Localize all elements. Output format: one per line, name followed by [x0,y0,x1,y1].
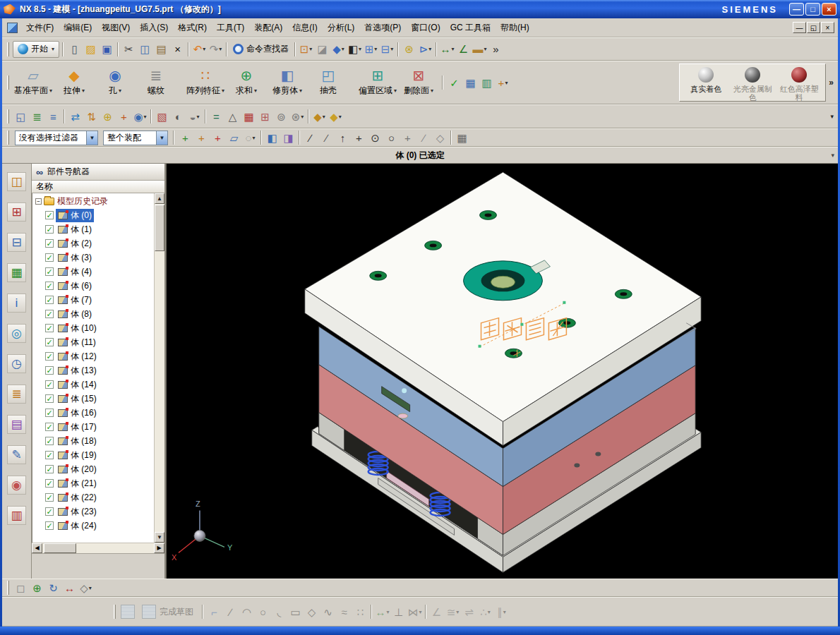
checkbox-icon[interactable]: ✓ [45,465,54,473]
extrude-button[interactable]: ◆拉伸▾ [54,63,95,102]
minimize-button[interactable]: — [789,3,804,16]
pattern-feature-dropdown-icon[interactable]: ▾ [222,87,224,94]
datum-plane-button[interactable]: ▱基准平面▾ [13,63,54,102]
tree-item-body[interactable]: 体 (21) [56,477,99,490]
tree-item[interactable]: ✓体 (2) [32,236,154,250]
rapid-dimension-button[interactable]: ↔▾ [374,603,390,620]
menu-file[interactable]: 文件(F) [21,19,59,37]
simple-measure-dropdown-icon[interactable]: ▾ [484,46,487,52]
selection-priority-dropdown-icon[interactable]: ▾ [428,46,431,52]
h-scroll-thumb[interactable] [44,543,76,553]
inferred-constraints-button[interactable]: ∴▾ [477,603,493,620]
toolbar-options-button[interactable]: ▾ [828,113,836,120]
scroll-right-button[interactable]: ▶ [154,543,164,553]
snap-endpoint-button[interactable]: ∕ [302,129,318,146]
offset-region-button[interactable]: ⊞偏置区域▾ [357,63,398,102]
tree-item-body[interactable]: 体 (23) [56,505,99,519]
snapshot-button[interactable]: ⊡▾ [298,41,314,58]
menu-insert[interactable]: 插入(S) [135,19,173,37]
scroll-left-button[interactable]: ◀ [32,543,42,553]
shell-button[interactable]: ◰抽壳 [308,63,349,102]
snapshot-dropdown-icon[interactable]: ▾ [309,46,312,52]
menu-help[interactable]: 帮助(H) [496,19,534,37]
polygon-select-button[interactable]: ▱ [226,129,242,146]
user-tool-1-dropdown-icon[interactable]: ▾ [323,114,325,120]
part-families-button[interactable]: ⊞ [257,108,273,125]
immediate-hide-button[interactable]: ◒▾ [186,108,203,125]
general-selection-button[interactable]: + [177,129,193,146]
make-symmetric-dropdown-icon[interactable]: ▾ [419,609,421,615]
studio-spline-button[interactable]: ∿ [320,603,336,620]
arc-button[interactable]: ◠ [239,603,255,620]
shiny-metal-material-button[interactable]: 光亮金属制色 [731,67,774,102]
constraint-options-dropdown-icon[interactable]: ▾ [456,609,459,615]
scroll-down-button[interactable]: ▼ [155,532,164,543]
new-layout-dropdown-icon[interactable]: ▾ [390,46,393,52]
tree-item[interactable]: ✓体 (22) [32,490,154,504]
finish-sketch-button[interactable]: 完成草图 [136,601,199,622]
menu-analysis[interactable]: 分析(L) [323,19,360,37]
edit-object-display-button[interactable]: ▧ [154,108,170,125]
new-layout-button[interactable]: ⊟▾ [379,41,395,58]
shaded-display-dropdown-icon[interactable]: ▾ [342,46,344,52]
table-edit-button[interactable]: ▥ [479,74,495,91]
mdi-restore-button[interactable]: ◱ [807,22,820,33]
tree-root-row[interactable]: − 模型历史记录 [32,194,154,208]
tree-item[interactable]: ✓体 (11) [32,335,154,349]
datum-csys-dropdown-icon[interactable]: ▾ [505,80,508,86]
show-hide-button[interactable]: ◐ [170,108,186,125]
profile-button[interactable]: ⌐ [206,603,222,620]
toolbar-grip[interactable] [114,605,116,619]
part-navigator-header[interactable]: ∞ 部件导航器 [32,164,164,181]
open-file-button[interactable]: ▨ [83,41,99,58]
hd3d-tools-button[interactable]: i [7,294,26,313]
tree-item-body[interactable]: 体 (4) [56,265,94,279]
datum-plane-dropdown-icon[interactable]: ▾ [49,87,52,94]
tree-item-body[interactable]: 体 (0) [56,209,94,222]
display-part-button[interactable]: ◱ [13,108,29,125]
unite-button[interactable]: ⊕求和▾ [226,63,267,102]
tree-item-body[interactable]: 体 (11) [56,336,98,349]
checkbox-icon[interactable]: ✓ [45,324,54,332]
paste-button[interactable]: ▤ [153,41,169,58]
menu-information[interactable]: 信息(I) [287,19,322,37]
selection-filter-combo[interactable]: 没有选择过滤器 ▼ [15,131,98,145]
highlight-selection-button[interactable]: + [193,129,210,146]
expressions-button[interactable]: = [208,108,224,125]
roles-button[interactable]: ◉ [7,476,26,495]
tree-item[interactable]: ✓体 (7) [32,293,154,307]
tree-item[interactable]: ✓体 (16) [32,406,154,420]
automation-tools-dropdown-icon[interactable]: ▾ [89,585,92,591]
move-object-button[interactable]: ⇄ [67,108,83,125]
tree-item-body[interactable]: 体 (12) [56,350,99,363]
checkbox-icon[interactable]: ✓ [45,239,54,248]
menu-preferences[interactable]: 首选项(P) [359,19,406,37]
menu-gc-toolbox[interactable]: GC 工具箱 [445,19,496,37]
pmi-check-button[interactable]: ✓ [446,74,462,91]
mdi-close-button[interactable]: × [821,22,834,33]
menu-view[interactable]: 视图(V) [97,19,135,37]
checkbox-icon[interactable]: ✓ [45,437,54,445]
menu-tools[interactable]: 工具(T) [212,19,249,37]
tree-item-body[interactable]: 体 (13) [56,364,99,377]
tree-item-body[interactable]: 体 (8) [56,308,94,321]
name-column-header[interactable]: 名称 [32,181,164,193]
undo-dropdown-icon[interactable]: ▾ [203,46,205,52]
selection-scope-dropdown-icon[interactable]: ▼ [156,131,167,145]
toolbar-overflow-button[interactable]: » [827,78,836,87]
tree-item-body[interactable]: 体 (22) [56,491,99,504]
view-background-dropdown-icon[interactable]: ▾ [359,46,361,52]
snap-quadrant-button[interactable]: ○ [383,129,400,146]
tree-item-body[interactable]: 体 (15) [56,392,99,406]
checkbox-icon[interactable]: ✓ [45,507,54,516]
system-scenes-button[interactable]: ▥ [7,506,26,525]
select-solid-button[interactable]: ◧ [264,129,280,146]
new-file-button[interactable]: ▯ [66,41,83,58]
tree-item[interactable]: ✓体 (21) [32,476,154,490]
delete-face-dropdown-icon[interactable]: ▾ [431,87,433,94]
checkbox-icon[interactable]: ✓ [45,493,54,502]
alternate-solution-button[interactable]: ⇌ [461,603,477,620]
start-menu-button[interactable]: 开始 ▾ [13,41,59,58]
graphics-viewport[interactable]: Z X Y [166,164,838,579]
scroll-thumb[interactable] [155,205,164,251]
